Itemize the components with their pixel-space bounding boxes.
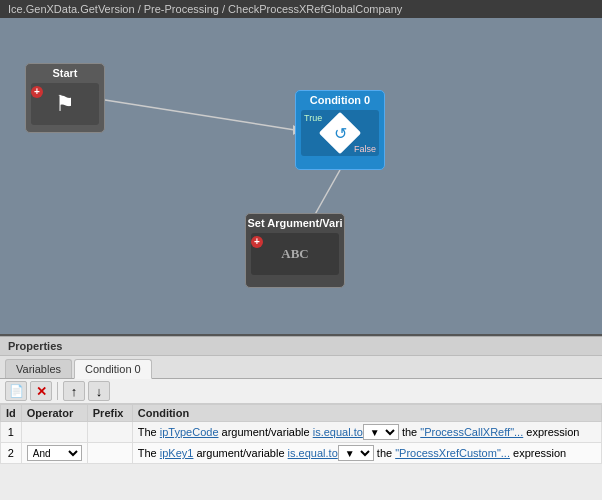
row2-operator[interactable]: And Or [21, 443, 87, 464]
col-header-operator: Operator [21, 405, 87, 422]
flag-icon: ⚑ [55, 91, 75, 117]
start-node-label: Start [26, 64, 104, 81]
new-doc-icon: 📄 [9, 384, 24, 398]
move-down-button[interactable]: ↓ [88, 381, 110, 401]
delete-button[interactable]: ✕ [30, 381, 52, 401]
true-label: True [304, 113, 322, 123]
props-table-container: Id Operator Prefix Condition 1 The ipTyp… [0, 404, 602, 464]
delete-icon: ✕ [36, 384, 47, 399]
setarg-plus-badge: + [251, 236, 263, 248]
setarg-icon-area: ABC [251, 233, 339, 275]
condition-node[interactable]: Condition 0 True ↺ False [295, 90, 385, 170]
svg-line-0 [105, 100, 295, 130]
conditions-table: Id Operator Prefix Condition 1 The ipTyp… [0, 404, 602, 464]
setarg-node[interactable]: Set Argument/Vari + ABC [245, 213, 345, 288]
move-up-button[interactable]: ↑ [63, 381, 85, 401]
start-node[interactable]: Start + ⚑ [25, 63, 105, 133]
toolbar-row: 📄 ✕ ↑ ↓ [0, 379, 602, 404]
false-label: False [354, 144, 376, 154]
setarg-node-label: Set Argument/Vari [246, 214, 344, 231]
tabs-row: Variables Condition 0 [0, 356, 602, 379]
row2-select[interactable]: ▼ [338, 445, 374, 461]
row2-link1[interactable]: ipKey1 [160, 447, 194, 459]
titlebar: Ice.GenXData.GetVersion / Pre-Processing… [0, 0, 602, 18]
row2-link2[interactable]: is.equal.to [288, 447, 338, 459]
toolbar-sep [57, 382, 58, 400]
row1-condition: The ipTypeCode argument/variable is.equa… [132, 422, 601, 443]
abc-icon: ABC [281, 246, 308, 262]
row2-id: 2 [1, 443, 22, 464]
row1-link2[interactable]: is.equal.to [313, 426, 363, 438]
row2-link3[interactable]: "ProcessXrefCustom"... [395, 447, 510, 459]
row2-condition: The ipKey1 argument/variable is.equal.to… [132, 443, 601, 464]
row2-operator-select[interactable]: And Or [27, 445, 82, 461]
canvas: Start + ⚑ Condition 0 True ↺ False Set A… [0, 18, 602, 336]
col-header-prefix: Prefix [87, 405, 132, 422]
up-arrow-icon: ↑ [71, 384, 78, 399]
table-row: 2 And Or The ipKey1 argument/variable is… [1, 443, 602, 464]
table-row: 1 The ipTypeCode argument/variable is.eq… [1, 422, 602, 443]
titlebar-text: Ice.GenXData.GetVersion / Pre-Processing… [8, 3, 402, 15]
row1-id: 1 [1, 422, 22, 443]
col-header-id: Id [1, 405, 22, 422]
down-arrow-icon: ↓ [96, 384, 103, 399]
row1-link1[interactable]: ipTypeCode [160, 426, 219, 438]
row1-select[interactable]: ▼ [363, 424, 399, 440]
row2-prefix [87, 443, 132, 464]
properties-panel: Properties Variables Condition 0 📄 ✕ ↑ ↓… [0, 336, 602, 500]
condition-node-label: Condition 0 [296, 91, 384, 108]
row1-prefix [87, 422, 132, 443]
row1-operator [21, 422, 87, 443]
col-header-condition: Condition [132, 405, 601, 422]
start-plus-badge: + [31, 86, 43, 98]
new-doc-button[interactable]: 📄 [5, 381, 27, 401]
properties-header: Properties [0, 337, 602, 356]
tab-variables[interactable]: Variables [5, 359, 72, 378]
condition-icon-area: True ↺ False [301, 110, 379, 156]
row1-link3[interactable]: "ProcessCallXReff"... [420, 426, 523, 438]
tab-condition0[interactable]: Condition 0 [74, 359, 152, 379]
